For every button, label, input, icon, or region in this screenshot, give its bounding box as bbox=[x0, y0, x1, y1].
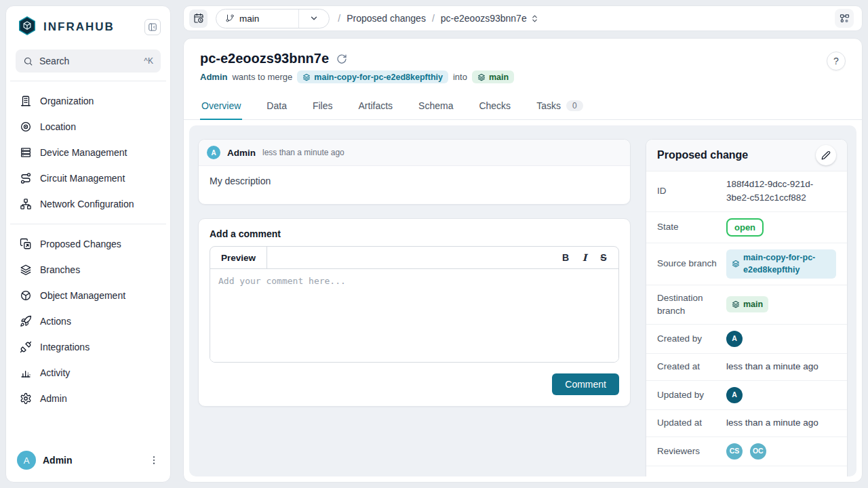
bold-icon[interactable]: B bbox=[556, 247, 575, 268]
sidebar-item-label: Proposed Changes bbox=[40, 239, 121, 249]
breadcrumb-current-label: pc-e2eoozs93bnn7e bbox=[441, 13, 527, 24]
sidebar-item-integrations[interactable]: Integrations bbox=[13, 334, 163, 360]
source-branch-badge[interactable]: main-copy-for-pc-e2ed8kepfthiy bbox=[726, 249, 836, 279]
detail-row-created-at: Created at less than a minute ago bbox=[646, 354, 847, 381]
sidebar-collapse-icon[interactable] bbox=[144, 19, 161, 35]
detail-row-source-branch: Source branch main-copy-for-pc-e2ed8kepf… bbox=[646, 243, 847, 285]
layers-icon bbox=[732, 300, 740, 308]
server-icon bbox=[20, 146, 32, 159]
italic-icon[interactable]: I bbox=[575, 247, 594, 268]
rocket-icon bbox=[20, 315, 32, 327]
sidebar-item-branches[interactable]: Branches bbox=[13, 257, 163, 283]
search-placeholder: Search bbox=[39, 56, 138, 66]
sidebar-item-location[interactable]: Location bbox=[13, 114, 163, 140]
chevrons-up-down-icon bbox=[530, 14, 539, 23]
sidebar-item-network-configuration[interactable]: Network Configuration bbox=[13, 191, 163, 217]
sidebar-item-label: Integrations bbox=[40, 342, 90, 352]
sidebar-item-circuit-management[interactable]: Circuit Management bbox=[13, 165, 163, 191]
branch-selector-dropdown[interactable] bbox=[299, 9, 329, 28]
breadcrumb-proposed-changes[interactable]: Proposed changes bbox=[347, 13, 426, 24]
infrahub-logo-icon bbox=[17, 16, 37, 39]
building-icon bbox=[20, 95, 32, 107]
detail-row-reviewers: Reviewers CS OC bbox=[646, 437, 847, 466]
comment-body: My description bbox=[199, 166, 630, 204]
network-icon bbox=[20, 198, 32, 210]
sidebar-item-admin[interactable]: Admin bbox=[13, 386, 163, 411]
sidebar-item-label: Object Management bbox=[40, 290, 125, 301]
detail-row-updated-by: Updated by A bbox=[646, 381, 847, 410]
sidebar-item-actions[interactable]: Actions bbox=[13, 308, 163, 334]
refresh-icon[interactable] bbox=[336, 54, 347, 64]
avatar: A bbox=[726, 387, 743, 403]
editor-toolbar: Preview B I S bbox=[210, 247, 618, 269]
avatar: OC bbox=[750, 443, 766, 460]
avatar: A bbox=[207, 146, 220, 159]
sidebar-item-label: Circuit Management bbox=[40, 173, 125, 184]
page-title: pc-e2eoozs93bnn7e bbox=[200, 51, 329, 66]
breadcrumb-current-selector[interactable]: pc-e2eoozs93bnn7e bbox=[441, 13, 539, 24]
tab-data[interactable]: Data bbox=[265, 92, 288, 120]
tab-checks[interactable]: Checks bbox=[477, 92, 512, 120]
route-icon bbox=[20, 172, 32, 184]
workflow-icon bbox=[839, 13, 850, 24]
sidebar-item-activity[interactable]: Activity bbox=[13, 360, 163, 386]
chevron-down-icon bbox=[309, 14, 319, 23]
preview-tab[interactable]: Preview bbox=[210, 247, 267, 268]
help-button[interactable]: ? bbox=[827, 52, 846, 70]
overview-content: A Admin less than a minute ago My descri… bbox=[189, 125, 856, 476]
sidebar-item-label: Network Configuration bbox=[40, 199, 134, 209]
search-icon bbox=[23, 56, 33, 66]
sidebar-item-organization[interactable]: Organization bbox=[13, 88, 163, 114]
merge-author[interactable]: Admin bbox=[200, 72, 227, 82]
nav-group-secondary: Proposed Changes Branches Object Managem… bbox=[10, 224, 166, 418]
merge-text: wants to merge bbox=[232, 72, 292, 82]
branch-selector[interactable]: main bbox=[216, 9, 330, 28]
schema-visualizer-button[interactable] bbox=[835, 9, 854, 28]
comment-submit-button[interactable]: Comment bbox=[552, 373, 619, 395]
proposed-change-details-card: Proposed change ID 188f4d12-9dcc-921d-3b… bbox=[646, 139, 848, 476]
strikethrough-icon[interactable]: S bbox=[594, 247, 613, 268]
source-branch-name: main-copy-for-pc-e2ed8kepfthiy bbox=[314, 73, 443, 82]
avatar: A bbox=[17, 451, 36, 470]
sidebar-item-proposed-changes[interactable]: Proposed Changes bbox=[13, 231, 163, 257]
comment-header: A Admin less than a minute ago bbox=[199, 140, 630, 166]
source-branch-badge[interactable]: main-copy-for-pc-e2ed8kepfthiy bbox=[297, 70, 448, 83]
edit-icon[interactable] bbox=[816, 145, 836, 165]
detail-row-destination-branch: Destination branch main bbox=[646, 285, 847, 325]
tab-overview[interactable]: Overview bbox=[200, 92, 242, 120]
time-travel-button[interactable] bbox=[189, 9, 208, 28]
branch-selector-value-area[interactable]: main bbox=[216, 9, 299, 28]
tab-artifacts[interactable]: Artifacts bbox=[357, 92, 395, 120]
target-branch-badge[interactable]: main bbox=[472, 70, 514, 83]
layers-icon bbox=[20, 264, 32, 276]
comment-input[interactable] bbox=[210, 269, 618, 362]
sidebar-item-label: Admin bbox=[40, 393, 67, 404]
sidebar-item-device-management[interactable]: Device Management bbox=[13, 140, 163, 165]
tab-bar: Overview Data Files Artifacts Schema Che… bbox=[184, 92, 862, 120]
sidebar-item-object-management[interactable]: Object Management bbox=[13, 283, 163, 308]
layers-icon bbox=[732, 260, 740, 268]
layers-icon bbox=[477, 73, 486, 81]
sidebar-user-row: A Admin bbox=[6, 441, 170, 482]
tab-schema[interactable]: Schema bbox=[417, 92, 454, 120]
avatar: A bbox=[726, 331, 743, 347]
user-menu-kebab-icon[interactable] bbox=[149, 455, 159, 466]
details-header: Proposed change bbox=[646, 140, 847, 171]
breadcrumb: / Proposed changes / pc-e2eoozs93bnn7e bbox=[338, 13, 538, 24]
plug-icon bbox=[20, 341, 32, 353]
search-shortcut: ^K bbox=[144, 56, 153, 66]
sidebar-item-label: Actions bbox=[40, 316, 71, 327]
sidebar-item-label: Branches bbox=[40, 264, 80, 275]
destination-branch-badge[interactable]: main bbox=[726, 296, 768, 312]
tab-files[interactable]: Files bbox=[311, 92, 334, 120]
detail-row-updated-at: Updated at less than a minute ago bbox=[646, 410, 847, 437]
sidebar-item-label: Location bbox=[40, 121, 76, 132]
bar-chart-icon bbox=[20, 367, 32, 379]
tasks-count-badge: 0 bbox=[566, 100, 583, 111]
breadcrumb-separator: / bbox=[338, 13, 340, 24]
main-panel: pc-e2eoozs93bnn7e ? Admin wants to merge… bbox=[183, 38, 863, 483]
tab-tasks[interactable]: Tasks 0 bbox=[535, 92, 584, 120]
sidebar-item-label: Device Management bbox=[40, 147, 127, 158]
search-input[interactable]: Search ^K bbox=[16, 49, 161, 73]
status-badge: open bbox=[726, 218, 764, 237]
